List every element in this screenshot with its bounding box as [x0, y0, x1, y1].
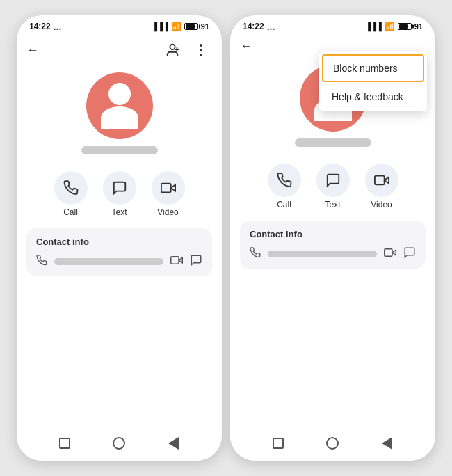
call-button-left[interactable]: Call	[54, 171, 88, 217]
phone-left: 14:22 ... ▐▐▐ 📶 91 ←	[17, 15, 222, 461]
status-dots-right: ...	[267, 21, 275, 32]
action-buttons-left: Call Text Video	[17, 161, 222, 223]
call-label-right: Call	[277, 200, 291, 209]
contact-info-card-left: Contact info	[26, 228, 212, 276]
nav-back-triangle-right[interactable]	[380, 436, 395, 451]
status-dots-left: ...	[54, 21, 62, 32]
status-icons-right: ▐▐▐ 📶 91	[365, 22, 423, 31]
svg-marker-5	[179, 257, 182, 263]
text-label-left: Text	[111, 207, 127, 217]
video-label-left: Video	[157, 207, 178, 217]
battery-icon-left	[184, 23, 198, 30]
phone-number-blur-right	[268, 251, 377, 257]
contact-info-row-left	[36, 254, 202, 269]
battery-icon-right	[398, 23, 412, 30]
message-icon-left[interactable]	[190, 254, 202, 269]
action-buttons-right: Call Text Video	[230, 154, 435, 215]
video-call-icon-left[interactable]	[170, 254, 183, 269]
status-icons-left: ▐▐▐ 📶 91	[152, 22, 209, 31]
signal-icon-right: ▐▐▐	[365, 22, 381, 31]
contact-info-title-left: Contact info	[36, 237, 202, 247]
text-button-right[interactable]: Text	[316, 164, 350, 209]
call-label-left: Call	[63, 207, 78, 217]
video-call-icon-right[interactable]	[384, 246, 396, 262]
svg-rect-8	[374, 176, 384, 185]
svg-marker-7	[384, 177, 388, 183]
row-action-icons-right	[384, 246, 416, 262]
nav-circle-left[interactable]	[111, 436, 127, 451]
text-button-left[interactable]: Text	[103, 171, 136, 217]
nav-back-triangle-left[interactable]	[166, 436, 181, 451]
video-button-left[interactable]: Video	[152, 171, 185, 217]
wifi-icon-left: 📶	[171, 22, 181, 31]
phone-number-blur-left	[54, 258, 163, 265]
avatar-body-left	[101, 106, 138, 129]
status-time-left: 14:22	[29, 22, 51, 31]
nav-actions-left	[162, 39, 212, 61]
svg-rect-10	[385, 249, 392, 257]
phone-row-icon-left	[36, 255, 47, 269]
svg-point-0	[170, 45, 175, 49]
call-button-right[interactable]: Call	[268, 164, 301, 209]
status-bar-right: 14:22 ... ▐▐▐ 📶 91	[230, 15, 435, 35]
contact-info-row-right	[250, 246, 416, 262]
top-nav-left: ←	[17, 35, 222, 65]
avatar-left	[86, 72, 153, 139]
back-button-right[interactable]: ←	[240, 39, 252, 54]
battery-pct-right: 91	[414, 22, 423, 31]
svg-rect-4	[161, 184, 170, 193]
back-button-left[interactable]: ←	[26, 43, 39, 58]
avatar-head-left	[108, 83, 131, 105]
svg-rect-6	[171, 257, 179, 264]
nav-circle-right[interactable]	[325, 436, 340, 451]
nav-square-left[interactable]	[57, 436, 72, 451]
svg-marker-9	[392, 250, 396, 255]
video-button-right[interactable]: Video	[365, 164, 398, 209]
more-button-left[interactable]	[190, 39, 212, 61]
signal-icon-left: ▐▐▐	[152, 22, 168, 31]
status-bar-left: 14:22 ... ▐▐▐ 📶 91	[17, 15, 222, 35]
bottom-nav-left	[17, 426, 222, 461]
message-icon-right[interactable]	[403, 246, 416, 262]
text-label-right: Text	[325, 200, 340, 209]
nav-square-right[interactable]	[271, 436, 286, 451]
block-numbers-item[interactable]: Block numbers	[322, 54, 424, 82]
avatar-section-left	[17, 65, 222, 161]
phone-right: 14:22 ... ▐▐▐ 📶 91 ← Block numbers Help …	[230, 15, 435, 461]
battery-pct-left: 91	[201, 22, 209, 31]
status-time-right: 14:22	[243, 22, 264, 31]
dropdown-menu-right: Block numbers Help & feedback	[319, 51, 427, 111]
contact-name-left	[81, 146, 158, 154]
contact-info-card-right: Contact info	[240, 221, 426, 269]
row-action-icons-left	[170, 254, 202, 269]
wifi-icon-right: 📶	[385, 22, 395, 31]
help-feedback-item[interactable]: Help & feedback	[319, 82, 427, 111]
phone-row-icon-right	[250, 247, 261, 261]
contact-info-title-right: Contact info	[250, 229, 416, 239]
bottom-nav-right	[230, 426, 435, 461]
video-label-right: Video	[371, 200, 392, 209]
svg-marker-3	[170, 184, 175, 191]
contact-name-right	[295, 138, 371, 147]
add-contact-button-left[interactable]	[162, 40, 183, 61]
